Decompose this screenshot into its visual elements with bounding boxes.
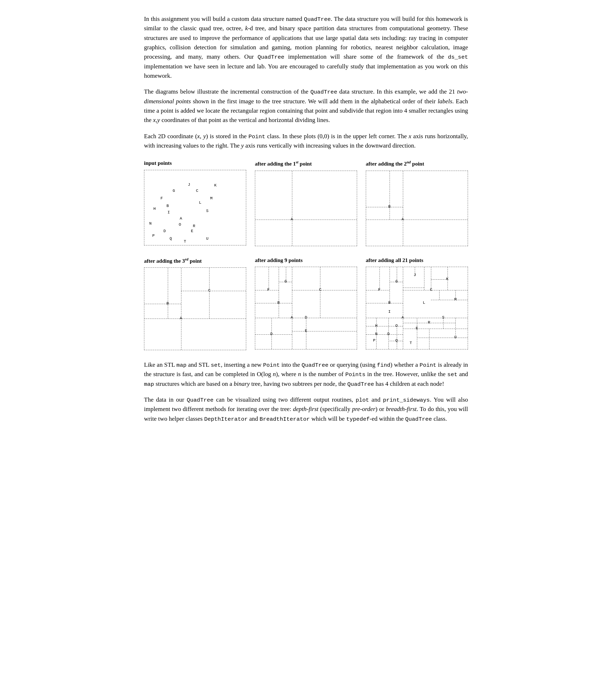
point-E: E [191,229,193,235]
code-quadtree-6: QuadTree [187,397,213,403]
hline-E-d5 [292,331,357,331]
pt-K-d6: K [446,276,449,283]
diagram-1-canvas: F G B H I A J O N D P Q T E R L C U S K [144,170,246,245]
diagram-2-sup: st [296,160,298,164]
code-point-2: Point [263,362,280,369]
diagram-1-label: input points [144,159,246,167]
pt-D-d6: D [387,331,390,337]
hline-B-d5 [255,303,292,303]
hline-B-d4 [144,304,181,304]
code-quadtree-2: QuadTree [257,54,284,60]
code-map-2: map [144,381,154,388]
code-quadtree-4: QuadTree [302,362,328,369]
code-ds-set: ds_set [448,54,468,60]
point-D: D [163,229,166,235]
diagrams-row-1: input points F G B H I A J O N D P Q T E… [144,159,468,246]
diagram-4-sup: rd [185,257,188,261]
diagram-input-points: input points F G B H I A J O N D P Q T E… [144,159,246,245]
diagram-6-label: after adding all 21 points [366,256,468,265]
pt-A-d6: A [401,315,404,321]
code-quadtree-5: QuadTree [347,381,374,388]
point-M: M [210,195,213,202]
code-point-1: Point [248,134,265,140]
vline-A-d5 [292,267,292,349]
diagram-after-2nd: after adding the 2nd point A B [366,159,468,246]
code-find: find [377,362,390,369]
paragraph-5: The data in our QuadTree can be visualiz… [144,395,468,424]
point-J: J [188,182,190,188]
diagram-3-label: after adding the 2nd point [366,159,468,168]
pt-P-d6: P [373,338,375,344]
hline-B [366,207,403,207]
diagrams-row-2: after adding the 3rd point A B C after a… [144,256,468,350]
code-depth-iterator: DepthIterator [204,416,248,423]
point-C-d5: C [319,287,321,293]
code-points: Points [345,371,365,378]
diagram-after-9: after adding 9 points [255,256,357,349]
diagram-after-3rd: after adding the 3rd point A B C [144,256,246,350]
diagram-5-label: after adding 9 points [255,256,357,265]
point-U: U [206,236,209,242]
vline-A-d3 [403,171,403,246]
point-O: O [179,222,181,228]
point-L: L [199,200,202,206]
pt-N-d6: N [375,331,378,337]
pt-Q-d6: Q [395,338,398,344]
point-S: S [206,208,209,214]
code-quadtree-3: QuadTree [310,89,337,95]
point-C-d4: C [208,288,211,294]
code-plot: plot [356,397,369,403]
point-E-d5: E [305,328,307,334]
vline-A-d4 [181,268,181,350]
pt-J-d6: J [414,272,416,278]
pt-L-d6: L [423,300,425,306]
point-K: K [214,183,217,189]
diagram-2-canvas: A [255,171,357,246]
paragraph-2: The diagrams below illustrate the increm… [144,87,468,125]
pt-U-d6: U [454,335,457,341]
pt-T-d6: T [410,340,412,346]
diagrams-section: input points F G B H I A J O N D P Q T E… [144,159,468,350]
code-point-3: Point [420,362,437,369]
point-B-d3: B [388,204,391,210]
pt-M-d6: M [454,297,457,303]
point-A-d3: A [401,216,404,222]
hline-A-d3 [366,220,468,220]
point-D-lower: D [305,315,307,321]
vline-B [390,171,390,220]
code-set-2: set [447,371,458,378]
hline-D-d5 [255,334,292,335]
point-A-d4: A [180,316,182,322]
vline-F-d5 [269,267,269,290]
pt-I-d6: I [388,309,391,315]
paragraph-1: In this assignment you will build a cust… [144,14,468,81]
diagram-after-1st: after adding the 1st point A [255,159,357,246]
vline-B-d5 [279,267,279,318]
diagram-3-canvas: A B [366,171,468,246]
pt-B-d6: B [388,300,391,306]
point-A-d5: A [291,315,293,321]
pt-O-d6: O [395,323,398,329]
point-A: A [180,216,182,222]
point-R: R [193,223,195,229]
vline-A [292,171,292,246]
point-I: I [167,210,170,216]
point-B-d5: B [278,300,280,306]
point-G: G [172,188,175,194]
vline-main-v [403,267,403,349]
code-quadtree-1: QuadTree [304,16,330,23]
hline-A-d4 [144,319,246,319]
diagram-6-canvas: A B C D E F G H I J K L M N O P Q R S T [366,267,468,349]
pt-F-d6: F [378,287,381,293]
point-F: F [161,195,163,202]
point-A-d2: A [291,216,293,222]
code-set: set [211,362,221,369]
code-print-sideways: print_sideways [383,397,430,403]
pt-S-d6: S [442,315,445,321]
point-N: N [149,221,152,227]
diagram-4-label: after adding the 3rd point [144,256,246,265]
pt-C-d6: C [430,287,432,293]
point-B-d4: B [167,301,169,307]
code-typedef: typedef [346,416,370,423]
point-D-d5: D [270,331,273,337]
